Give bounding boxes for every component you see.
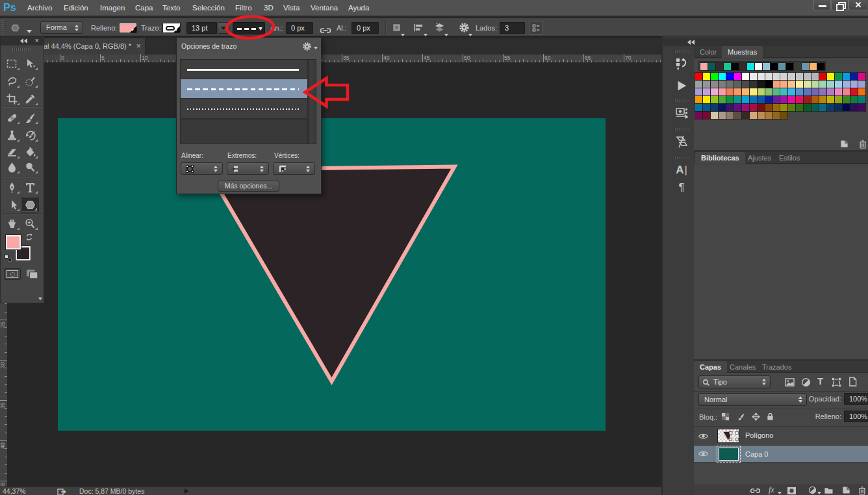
swatch[interactable] bbox=[780, 73, 787, 80]
document-tab-close-icon[interactable]: × bbox=[136, 38, 141, 54]
foreground-color-swatch[interactable] bbox=[5, 235, 21, 250]
caps-select[interactable] bbox=[227, 162, 269, 175]
filter-smartobject-icon[interactable] bbox=[849, 377, 857, 387]
menu-seleccin[interactable]: Selección bbox=[186, 0, 231, 17]
swatch[interactable] bbox=[711, 96, 718, 103]
swap-colors-icon[interactable] bbox=[25, 233, 33, 241]
new-layer-icon[interactable] bbox=[842, 486, 850, 494]
tool-zoom-tool[interactable] bbox=[21, 216, 39, 231]
swatch[interactable] bbox=[843, 73, 850, 80]
swatch[interactable] bbox=[734, 73, 741, 80]
swatch[interactable] bbox=[811, 96, 819, 103]
swatch[interactable] bbox=[811, 73, 819, 80]
menu-ventana[interactable]: Ventana bbox=[304, 0, 344, 17]
tool-healing-brush-tool[interactable] bbox=[3, 110, 21, 125]
recent-swatch[interactable] bbox=[747, 63, 754, 70]
layer-thumbnail-capa0[interactable] bbox=[719, 448, 739, 461]
swatch[interactable] bbox=[773, 96, 780, 103]
filter-shape-icon[interactable] bbox=[832, 377, 841, 387]
swatch[interactable] bbox=[742, 96, 749, 103]
swatch[interactable] bbox=[734, 81, 741, 88]
swatch[interactable] bbox=[734, 96, 741, 103]
menu-texto[interactable]: Texto bbox=[156, 0, 187, 17]
screen-mode-button[interactable] bbox=[24, 268, 41, 280]
tool-polygon-tool[interactable] bbox=[21, 197, 39, 212]
swatch[interactable] bbox=[804, 104, 811, 111]
visibility-toggle[interactable] bbox=[694, 427, 713, 445]
opacity-field[interactable]: 100% bbox=[844, 393, 868, 405]
popup-gear-icon[interactable] bbox=[302, 42, 312, 51]
swatch[interactable] bbox=[719, 88, 726, 95]
shape-width-field[interactable]: 0 px bbox=[286, 22, 313, 34]
swatch[interactable] bbox=[711, 104, 718, 111]
lock-all-icon[interactable] bbox=[767, 412, 774, 421]
tool-path-selection-tool[interactable] bbox=[3, 197, 21, 212]
swatch[interactable] bbox=[780, 104, 787, 111]
tool-pen-tool[interactable] bbox=[3, 179, 21, 195]
swatch[interactable] bbox=[819, 104, 826, 111]
menu-archivo[interactable]: Archivo bbox=[21, 0, 58, 17]
recent-swatch[interactable] bbox=[771, 63, 778, 70]
swatch[interactable] bbox=[827, 96, 834, 103]
swatch[interactable] bbox=[796, 88, 803, 95]
tab-muestras[interactable]: Muestras bbox=[722, 46, 763, 58]
filter-adjustment-icon[interactable] bbox=[801, 377, 811, 387]
swatch[interactable] bbox=[726, 104, 734, 111]
tool-type-tool[interactable] bbox=[21, 179, 39, 195]
link-layers-icon[interactable] bbox=[749, 487, 761, 494]
swatch[interactable] bbox=[750, 104, 757, 111]
swatch[interactable] bbox=[835, 104, 842, 111]
swatch[interactable] bbox=[819, 88, 826, 95]
stroke-type-dropdown[interactable] bbox=[233, 22, 265, 34]
new-group-icon[interactable] bbox=[824, 487, 834, 495]
new-swatch-icon[interactable] bbox=[840, 140, 849, 148]
layer-filter-select[interactable]: Tipo bbox=[698, 375, 771, 388]
swatch[interactable] bbox=[811, 81, 819, 88]
swatch[interactable] bbox=[758, 73, 765, 80]
swatch[interactable] bbox=[819, 73, 826, 80]
tool-paint-bucket-tool[interactable] bbox=[21, 144, 39, 160]
restore-button[interactable] bbox=[831, 0, 849, 10]
recent-swatch[interactable] bbox=[739, 63, 747, 70]
swatch[interactable] bbox=[726, 112, 734, 119]
recent-swatch[interactable] bbox=[763, 63, 770, 70]
swatch[interactable] bbox=[843, 88, 850, 95]
swatch[interactable] bbox=[742, 104, 749, 111]
swatch[interactable] bbox=[765, 73, 772, 80]
menu-ayuda[interactable]: Ayuda bbox=[342, 0, 376, 17]
recent-swatch[interactable] bbox=[786, 63, 793, 70]
swatch[interactable] bbox=[719, 104, 726, 111]
visibility-toggle[interactable] bbox=[694, 446, 713, 462]
swatch[interactable] bbox=[788, 104, 795, 111]
swatch[interactable] bbox=[773, 104, 780, 111]
swatch[interactable] bbox=[742, 73, 749, 80]
swatch[interactable] bbox=[695, 96, 702, 103]
swatch[interactable] bbox=[703, 88, 710, 95]
menu-imagen[interactable]: Imagen bbox=[94, 0, 131, 17]
swatch[interactable] bbox=[765, 88, 772, 95]
recent-swatch[interactable] bbox=[708, 63, 715, 70]
swatch[interactable] bbox=[788, 73, 795, 80]
swatch[interactable] bbox=[780, 81, 787, 88]
swatch[interactable] bbox=[858, 73, 865, 80]
swatch[interactable] bbox=[819, 81, 826, 88]
swatch[interactable] bbox=[703, 73, 710, 80]
tab-bibliotecas[interactable]: Bibliotecas bbox=[695, 152, 745, 164]
tool-rectangular-marquee-tool[interactable] bbox=[3, 56, 21, 71]
swatch[interactable] bbox=[796, 104, 803, 111]
swatch[interactable] bbox=[835, 88, 842, 95]
recent-swatch[interactable] bbox=[817, 63, 824, 70]
swatch[interactable] bbox=[719, 112, 726, 119]
recent-swatch[interactable] bbox=[755, 63, 762, 70]
lock-position-icon[interactable] bbox=[752, 412, 760, 421]
swatch[interactable] bbox=[711, 112, 718, 119]
swatch[interactable] bbox=[734, 112, 741, 119]
swatch[interactable] bbox=[703, 104, 710, 111]
swatch[interactable] bbox=[750, 81, 757, 88]
swatch[interactable] bbox=[703, 96, 710, 103]
swatch[interactable] bbox=[719, 81, 726, 88]
tool-lasso-tool[interactable] bbox=[3, 73, 21, 89]
path-arrangement-icon[interactable] bbox=[434, 23, 445, 32]
shape-height-field[interactable]: 0 px bbox=[351, 22, 379, 34]
stroke-style-solid[interactable] bbox=[181, 60, 307, 79]
